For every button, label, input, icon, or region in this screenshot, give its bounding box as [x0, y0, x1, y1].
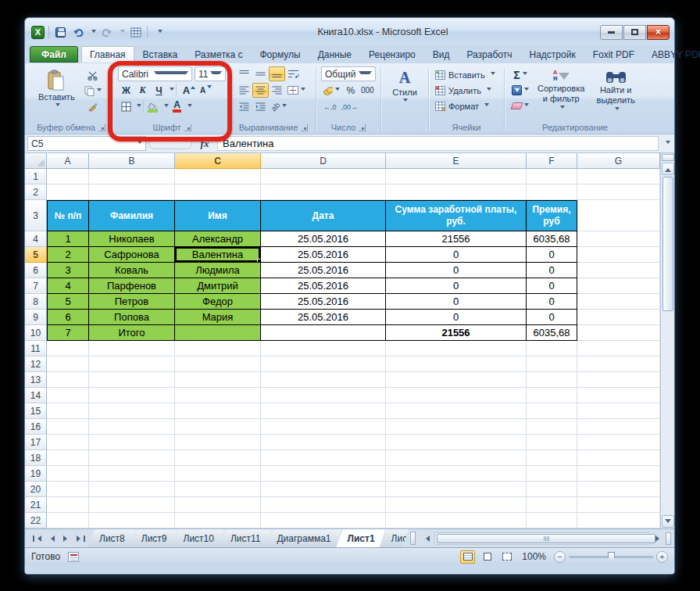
- cell-B8[interactable]: Петров: [89, 294, 175, 310]
- cell-B6[interactable]: Коваль: [89, 263, 175, 278]
- increase-indent-button[interactable]: [252, 99, 269, 114]
- row-header-14[interactable]: 14: [25, 388, 47, 403]
- tab-Вид[interactable]: Вид: [424, 46, 459, 63]
- cell-B21[interactable]: [89, 497, 175, 513]
- cell-A1[interactable]: [47, 169, 89, 184]
- row-header-18[interactable]: 18: [25, 450, 47, 466]
- sheet-tab-Лист8[interactable]: Лист8: [88, 529, 136, 547]
- cell-A20[interactable]: [47, 482, 89, 497]
- cell-G9[interactable]: [577, 310, 660, 325]
- sheet-tab-Лист11[interactable]: Лист11: [220, 529, 272, 547]
- cell-A12[interactable]: [47, 356, 89, 372]
- next-sheet-button[interactable]: [59, 532, 72, 545]
- clipboard-dialog-launcher[interactable]: [98, 124, 105, 131]
- cell-B11[interactable]: [89, 341, 175, 356]
- first-sheet-button[interactable]: [31, 532, 44, 545]
- row-header-17[interactable]: 17: [25, 435, 47, 450]
- row-header-7[interactable]: 7: [25, 278, 47, 294]
- cell-G11[interactable]: [577, 341, 660, 356]
- align-middle-button[interactable]: [252, 66, 269, 81]
- cell-D10[interactable]: [261, 325, 386, 341]
- cell-C20[interactable]: [175, 482, 261, 497]
- scroll-down-button[interactable]: [662, 515, 674, 528]
- sort-filter-button[interactable]: АЯ Сортировка и фильтр: [534, 66, 588, 121]
- cell-C5[interactable]: Валентина: [175, 247, 261, 263]
- cell-C4[interactable]: Александр: [175, 231, 261, 247]
- cell-C2[interactable]: [175, 184, 261, 200]
- scrollbar-split-handle[interactable]: [666, 532, 671, 545]
- delete-cells-button[interactable]: Удалить: [434, 83, 499, 98]
- cell-D15[interactable]: [261, 403, 386, 419]
- orientation-button[interactable]: ab: [269, 99, 289, 114]
- shrink-font-button[interactable]: A: [195, 83, 211, 98]
- tab-Разработч[interactable]: Разработч: [458, 46, 520, 63]
- cell-E2[interactable]: [386, 184, 527, 200]
- row-header-11[interactable]: 11: [25, 341, 47, 356]
- grow-font-button[interactable]: A: [178, 83, 195, 98]
- column-header-G[interactable]: G: [577, 153, 660, 169]
- cell-D5[interactable]: 25.05.2016: [261, 247, 386, 263]
- cell-F9[interactable]: 0: [527, 310, 577, 325]
- tab-Разметка с[interactable]: Разметка с: [186, 46, 251, 63]
- cell-D8[interactable]: 25.05.2016: [261, 294, 386, 310]
- cell-E22[interactable]: [386, 513, 527, 528]
- cell-G19[interactable]: [577, 466, 660, 482]
- cell-B7[interactable]: Парфенов: [89, 278, 175, 294]
- row-header-4[interactable]: 4: [25, 231, 47, 247]
- scroll-up-button[interactable]: [662, 163, 674, 175]
- cell-A3[interactable]: № п/п: [47, 200, 89, 231]
- cell-G5[interactable]: [577, 247, 660, 263]
- cell-D7[interactable]: 25.05.2016: [261, 278, 386, 294]
- select-all-corner[interactable]: [25, 153, 47, 169]
- redo-dropdown-icon[interactable]: [120, 30, 125, 35]
- chevron-down-icon[interactable]: [137, 104, 141, 109]
- row-header-19[interactable]: 19: [25, 466, 47, 482]
- excel-logo-icon[interactable]: X: [31, 26, 45, 39]
- fill-handle[interactable]: [257, 259, 261, 263]
- cell-F5[interactable]: 0: [527, 247, 577, 263]
- cell-E19[interactable]: [386, 466, 527, 482]
- cell-F10[interactable]: 6035,68: [527, 325, 577, 341]
- cell-G8[interactable]: [577, 294, 660, 310]
- cell-G1[interactable]: [577, 169, 660, 184]
- cell-C7[interactable]: Дмитрий: [175, 278, 261, 294]
- cell-B14[interactable]: [89, 388, 175, 403]
- row-header-6[interactable]: 6: [25, 263, 47, 278]
- align-right-button[interactable]: [269, 83, 285, 98]
- fill-button[interactable]: [509, 83, 531, 98]
- cell-E11[interactable]: [386, 341, 527, 356]
- tab-Надстройк[interactable]: Надстройк: [521, 46, 584, 63]
- cell-G3[interactable]: [577, 200, 660, 231]
- maximize-button[interactable]: [623, 25, 646, 40]
- cell-B2[interactable]: [89, 184, 175, 200]
- undo-dropdown-icon[interactable]: [91, 30, 96, 35]
- vertical-scroll-thumb[interactable]: [662, 177, 673, 311]
- cell-G17[interactable]: [577, 435, 660, 450]
- page-layout-view-button[interactable]: [480, 550, 495, 564]
- redo-button[interactable]: [100, 26, 114, 39]
- row-header-8[interactable]: 8: [25, 294, 47, 310]
- cell-G4[interactable]: [577, 231, 660, 247]
- comma-style-button[interactable]: 000: [359, 83, 376, 98]
- cell-A22[interactable]: [47, 513, 89, 528]
- row-header-3[interactable]: 3: [25, 200, 47, 231]
- cell-A5[interactable]: 2: [47, 247, 89, 263]
- tab-Главная[interactable]: Главная: [81, 46, 134, 63]
- cell-D19[interactable]: [261, 466, 386, 482]
- column-header-E[interactable]: E: [386, 153, 527, 169]
- cell-D16[interactable]: [261, 419, 386, 435]
- column-header-F[interactable]: F: [527, 153, 577, 169]
- cell-F21[interactable]: [527, 497, 577, 513]
- cell-C6[interactable]: Людмила: [175, 263, 261, 278]
- tab-Формулы[interactable]: Формулы: [251, 46, 309, 63]
- format-painter-button[interactable]: [82, 99, 104, 114]
- cell-F16[interactable]: [527, 419, 577, 435]
- cell-B22[interactable]: [89, 513, 175, 528]
- cell-C12[interactable]: [175, 356, 261, 372]
- macro-record-icon[interactable]: [68, 552, 79, 562]
- row-header-15[interactable]: 15: [25, 403, 47, 419]
- zoom-in-button[interactable]: +: [656, 551, 668, 563]
- cell-D11[interactable]: [261, 341, 386, 356]
- cell-C11[interactable]: [175, 341, 261, 356]
- cell-F14[interactable]: [527, 388, 577, 403]
